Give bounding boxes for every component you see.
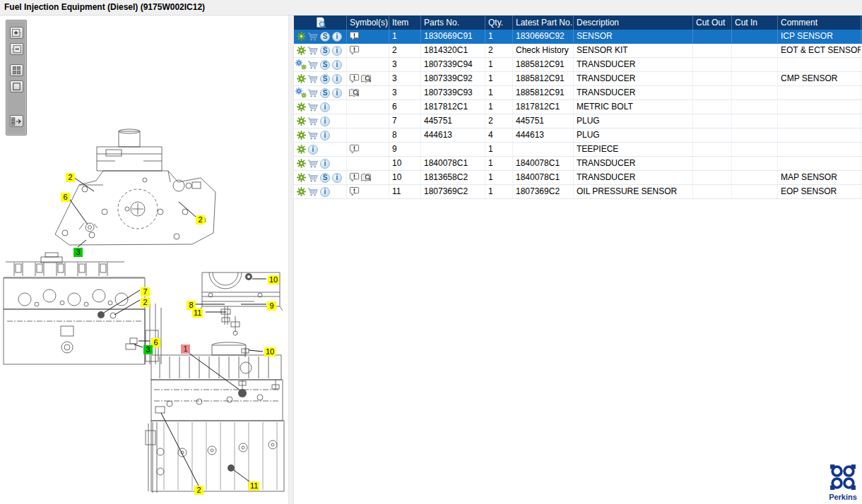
column-header-description[interactable]: Description [574, 16, 693, 30]
zoom-out-button[interactable] [10, 43, 23, 55]
info-icon[interactable]: i [331, 59, 343, 70]
note-balloon-icon[interactable] [348, 144, 360, 155]
column-header-item[interactable]: Item [389, 16, 421, 30]
cart-icon[interactable] [307, 31, 319, 42]
info-icon[interactable]: i [307, 144, 319, 155]
s-icon[interactable]: S [319, 59, 331, 70]
column-header-symbols[interactable]: Symbol(s) [347, 16, 389, 30]
callout-engine-left-side-3[interactable]: 3 [143, 345, 153, 354]
info-icon[interactable]: i [319, 158, 331, 169]
zoom-in-button[interactable] [10, 27, 23, 39]
note-balloon-icon[interactable] [348, 186, 360, 197]
cart-icon[interactable] [307, 102, 319, 112]
column-header-comment[interactable]: Comment [778, 16, 861, 30]
part-row[interactable]: Si101813658C211840078C1TRANSDUCERMAP SEN… [294, 171, 862, 185]
part-row[interactable]: i61817812C111817812C1METRIC BOLT [294, 100, 862, 114]
gear-icon[interactable] [295, 102, 307, 112]
gear-icon[interactable] [295, 158, 307, 169]
cart-icon[interactable] [307, 186, 319, 197]
info-icon[interactable]: i [319, 186, 331, 197]
column-header-latest_part_no[interactable]: Latest Part No. [513, 16, 574, 30]
gear-icon[interactable] [295, 45, 307, 56]
callout-engine-left-side-7[interactable]: 7 [141, 287, 150, 296]
note-balloon-icon[interactable] [348, 73, 360, 84]
note-balloon-icon[interactable] [348, 172, 360, 183]
info-icon[interactable]: i [319, 102, 331, 112]
part-row[interactable]: Si31807339C9411885812C91TRANSDUCER [294, 58, 862, 72]
cell-latest_part_no: 444613 [513, 128, 574, 142]
cell-cut_in [732, 72, 778, 85]
book-search-icon[interactable] [360, 172, 372, 183]
part-row[interactable]: Si11830669C9111830669C92SENSORICP SENSOR [294, 30, 862, 44]
gear-icon[interactable] [295, 116, 307, 126]
s-icon[interactable]: S [319, 88, 331, 98]
cell-cut_out [693, 86, 732, 100]
part-row[interactable]: i111807369C211807369C2OIL PRESSURE SENSO… [294, 185, 862, 199]
tile-windows-button[interactable] [10, 64, 23, 76]
part-row[interactable]: Si31807339C9311885812C91TRANSDUCER [294, 86, 862, 100]
s-icon[interactable]: S [319, 31, 331, 42]
info-icon[interactable]: i [331, 73, 343, 84]
callout-timing-gear-housing-6[interactable]: 6 [61, 193, 70, 202]
cell-comment [778, 157, 861, 170]
cell-parts_no: 1807339C94 [421, 58, 485, 71]
callout-engine-left-side-2[interactable]: 2 [141, 298, 150, 307]
doc-search-icon [314, 17, 326, 29]
info-icon[interactable]: i [331, 31, 343, 42]
pane-splitter[interactable] [288, 16, 294, 504]
part-row[interactable]: i74457512445751PLUG [294, 114, 862, 128]
gear-icon[interactable] [295, 172, 307, 183]
callout-engine-right-side-1[interactable]: 1 [181, 344, 190, 354]
column-header-cut_out[interactable]: Cut Out [693, 16, 732, 30]
fit-view-button[interactable] [10, 80, 23, 92]
info-icon[interactable]: i [319, 130, 331, 140]
book-search-icon[interactable] [360, 73, 372, 84]
cart-icon[interactable] [307, 73, 319, 84]
gear-icon[interactable] [295, 130, 307, 140]
toggle-list-panel-button[interactable] [10, 115, 23, 127]
part-row[interactable]: Si21814320C12Check HistorySENSOR KITEOT … [294, 44, 862, 58]
note-balloon-icon[interactable] [348, 31, 360, 42]
callout-timing-gear-housing-3[interactable]: 3 [73, 248, 83, 257]
column-header-actions[interactable] [294, 16, 347, 30]
note-balloon-icon[interactable] [348, 45, 360, 56]
gear-icon[interactable] [295, 144, 307, 155]
column-header-parts_no[interactable]: Parts No. [421, 16, 485, 30]
cart-icon[interactable] [307, 59, 319, 70]
cell-cut_in [732, 30, 778, 43]
callout-engine-right-side-2[interactable]: 2 [194, 486, 203, 495]
info-icon[interactable]: i [331, 172, 343, 183]
callout-bracket-detail-9[interactable]: 9 [267, 301, 276, 311]
callout-bracket-detail-11[interactable]: 11 [192, 308, 203, 318]
s-icon[interactable]: S [319, 73, 331, 84]
callout-timing-gear-housing-2[interactable]: 2 [196, 215, 205, 224]
info-icon[interactable]: i [331, 45, 343, 56]
gear-icon[interactable] [295, 73, 307, 84]
cart-icon[interactable] [307, 88, 319, 98]
part-row[interactable]: i84446134444613PLUG [294, 128, 862, 143]
gears-icon[interactable] [295, 88, 307, 98]
callout-engine-right-side-11[interactable]: 11 [249, 481, 259, 491]
cell-qty: 1 [485, 72, 513, 85]
callout-engine-right-side-10[interactable]: 10 [264, 347, 276, 356]
gear-icon[interactable] [295, 31, 307, 42]
cart-icon[interactable] [307, 172, 319, 183]
callout-bracket-detail-10[interactable]: 10 [268, 275, 279, 284]
s-icon[interactable]: S [319, 172, 331, 183]
info-icon[interactable]: i [319, 116, 331, 126]
info-icon[interactable]: i [331, 88, 343, 98]
column-header-cut_in[interactable]: Cut In [732, 16, 778, 30]
part-row[interactable]: i91TEEPIECE [294, 143, 862, 157]
cart-icon[interactable] [307, 45, 319, 56]
part-row[interactable]: Si31807339C9211885812C91TRANSDUCERCMP SE… [294, 72, 862, 86]
gear-icon[interactable] [295, 186, 307, 197]
callout-timing-gear-housing-2[interactable]: 2 [66, 173, 75, 182]
gears-icon[interactable] [295, 59, 307, 70]
column-header-qty[interactable]: Qty. [485, 16, 513, 30]
s-icon[interactable]: S [319, 45, 331, 56]
book-search-icon[interactable] [348, 88, 360, 98]
part-row[interactable]: i101840078C111840078C1TRANSDUCER [294, 157, 862, 171]
cart-icon[interactable] [307, 116, 319, 126]
cart-icon[interactable] [307, 130, 319, 140]
cart-icon[interactable] [307, 158, 319, 169]
